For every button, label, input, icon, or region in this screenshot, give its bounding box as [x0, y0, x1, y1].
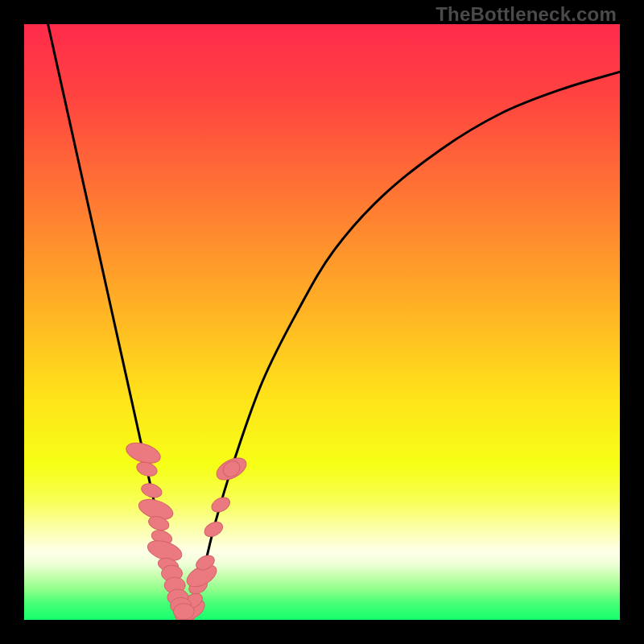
chart-frame: { "watermark": "TheBottleneck.com", "col… [0, 0, 644, 644]
watermark-text: TheBottleneck.com [436, 3, 617, 26]
gradient-background [24, 24, 620, 620]
svg-rect-0 [24, 24, 620, 620]
plot-area [24, 24, 620, 620]
